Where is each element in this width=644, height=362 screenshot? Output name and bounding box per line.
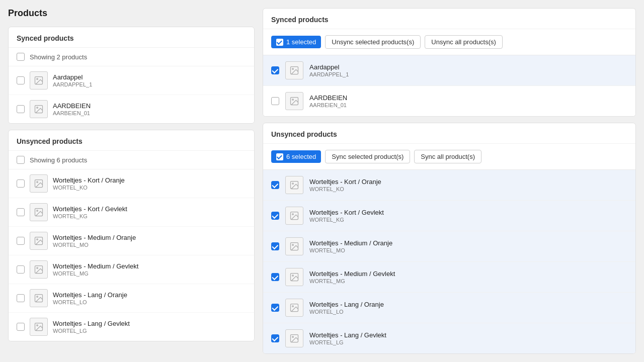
product-info: Worteltjes - Kort / Gevlekt WORTEL_KG bbox=[53, 205, 127, 219]
right-synced-product-row: AARDBEIEN AARBEIEN_01 bbox=[263, 86, 635, 116]
product-thumb bbox=[30, 260, 48, 279]
svg-point-11 bbox=[37, 267, 38, 269]
left-panel: Products Synced products Showing 2 produ… bbox=[8, 8, 255, 354]
right-synced-checkbox-1[interactable] bbox=[271, 97, 279, 105]
right-unsynced-checkbox-0[interactable] bbox=[271, 181, 279, 189]
left-unsynced-checkbox-2[interactable] bbox=[17, 237, 25, 245]
svg-point-31 bbox=[292, 336, 294, 338]
product-info: Worteltjes - Lang / Gevlekt WORTEL_LG bbox=[53, 320, 130, 334]
product-thumb bbox=[285, 176, 303, 194]
product-name: Worteltjes - Kort / Gevlekt bbox=[53, 205, 127, 213]
left-unsynced-checkbox-3[interactable] bbox=[17, 265, 25, 274]
product-name: Worteltjes - Medium / Gevlekt bbox=[53, 262, 138, 270]
product-info: Worteltjes - Kort / Oranje WORTEL_KO bbox=[309, 178, 381, 192]
right-unsynced-product-row: Worteltjes - Kort / Gevlekt WORTEL_KG bbox=[263, 201, 635, 231]
product-sku: WORTEL_LO bbox=[53, 299, 127, 305]
left-synced-checkbox-0[interactable] bbox=[17, 76, 25, 84]
right-synced-product-list: Aardappel AARDAPPEL_1 AARDBEIEN AARBEIEN… bbox=[263, 55, 635, 116]
product-thumb bbox=[285, 299, 303, 317]
product-sku: WORTEL_KG bbox=[309, 217, 384, 223]
left-unsynced-checkbox-5[interactable] bbox=[17, 323, 25, 331]
svg-point-13 bbox=[37, 296, 38, 298]
product-thumb bbox=[285, 268, 303, 286]
product-sku: WORTEL_MG bbox=[53, 270, 138, 277]
right-unsynced-selected-badge[interactable]: 6 selected bbox=[271, 150, 321, 163]
unsync-all-button[interactable]: Unsync all products(s) bbox=[425, 35, 503, 49]
svg-point-5 bbox=[37, 182, 38, 183]
product-info: Aardappel AARDAPPEL_1 bbox=[309, 63, 349, 77]
product-thumb bbox=[285, 61, 303, 79]
product-thumb bbox=[30, 318, 48, 336]
right-unsynced-product-row: Worteltjes - Medium / Oranje WORTEL_MO bbox=[263, 231, 635, 262]
svg-point-9 bbox=[37, 239, 38, 240]
product-name: Worteltjes - Lang / Gevlekt bbox=[309, 331, 386, 339]
product-name: Worteltjes - Lang / Oranje bbox=[53, 291, 127, 299]
right-unsynced-product-row: Worteltjes - Lang / Oranje WORTEL_LO bbox=[263, 293, 635, 323]
product-name: AARDBEIEN bbox=[309, 94, 347, 102]
product-name: Worteltjes - Medium / Oranje bbox=[309, 239, 392, 247]
right-unsynced-action-bar: 6 selected Sync selected product(s) Sync… bbox=[263, 144, 635, 170]
left-unsynced-showing: Showing 6 products bbox=[9, 151, 254, 169]
product-info: AARDBEIEN AARBEIEN_01 bbox=[309, 94, 347, 108]
right-panel: Synced products 1 selected Unsync select… bbox=[263, 8, 636, 354]
product-info: Worteltjes - Medium / Oranje WORTEL_MO bbox=[309, 239, 392, 253]
product-sku: WORTEL_MO bbox=[53, 242, 136, 248]
right-unsynced-checkbox-1[interactable] bbox=[271, 212, 279, 220]
product-sku: AARDAPPEL_1 bbox=[53, 81, 92, 87]
right-unsynced-card: Unsynced products 6 selected Sync select… bbox=[263, 123, 636, 354]
right-unsynced-product-list: Worteltjes - Kort / Oranje WORTEL_KO Wor… bbox=[263, 170, 635, 353]
product-sku: WORTEL_KO bbox=[53, 185, 125, 191]
svg-point-19 bbox=[292, 99, 294, 101]
left-unsynced-select-all-checkbox[interactable] bbox=[17, 156, 25, 164]
product-name: Worteltjes - Kort / Gevlekt bbox=[309, 209, 384, 216]
right-unsynced-checkbox-4[interactable] bbox=[271, 304, 279, 312]
left-synced-product-list: Aardappel AARDAPPEL_1 AARDBEIEN AARBEIEN… bbox=[9, 66, 254, 123]
product-thumb bbox=[285, 237, 303, 255]
product-info: Worteltjes - Lang / Oranje WORTEL_LO bbox=[309, 301, 384, 315]
unsync-selected-button[interactable]: Unsync selected products(s) bbox=[325, 35, 421, 49]
product-thumb bbox=[30, 232, 48, 250]
product-info: Worteltjes - Lang / Gevlekt WORTEL_LG bbox=[309, 331, 386, 345]
product-name: Aardappel bbox=[309, 63, 349, 71]
right-unsynced-product-row: Worteltjes - Kort / Oranje WORTEL_KO bbox=[263, 170, 635, 201]
right-synced-product-row: Aardappel AARDAPPEL_1 bbox=[263, 55, 635, 86]
right-synced-selected-badge[interactable]: 1 selected bbox=[271, 36, 321, 48]
product-thumb bbox=[285, 329, 303, 347]
right-unsynced-checkbox-3[interactable] bbox=[271, 273, 279, 281]
left-unsynced-product-row: Worteltjes - Kort / Gevlekt WORTEL_KG bbox=[9, 198, 254, 227]
left-unsynced-card: Unsynced products Showing 6 products Wor… bbox=[8, 130, 255, 341]
left-synced-checkbox-1[interactable] bbox=[17, 105, 25, 113]
left-unsynced-product-row: Worteltjes - Medium / Gevlekt WORTEL_MG bbox=[9, 255, 254, 284]
right-synced-checkbox-0[interactable] bbox=[271, 66, 279, 74]
left-unsynced-checkbox-1[interactable] bbox=[17, 208, 25, 216]
left-synced-showing: Showing 2 products bbox=[9, 48, 254, 66]
left-synced-product-row: AARDBEIEN AARBEIEN_01 bbox=[9, 95, 254, 123]
right-unsynced-checkbox-5[interactable] bbox=[271, 334, 279, 342]
sync-selected-button[interactable]: Sync selected product(s) bbox=[325, 150, 410, 163]
left-unsynced-product-row: Worteltjes - Medium / Oranje WORTEL_MO bbox=[9, 227, 254, 255]
product-name: Worteltjes - Kort / Oranje bbox=[53, 176, 125, 184]
left-unsynced-checkbox-0[interactable] bbox=[17, 179, 25, 188]
sync-all-button[interactable]: Sync all product(s) bbox=[414, 150, 481, 163]
product-name: Worteltjes - Medium / Gevlekt bbox=[309, 270, 395, 278]
left-unsynced-product-row: Worteltjes - Kort / Oranje WORTEL_KO bbox=[9, 169, 254, 198]
svg-point-17 bbox=[292, 68, 294, 70]
svg-point-21 bbox=[292, 183, 294, 185]
product-name: AARDBEIEN bbox=[53, 102, 91, 110]
product-info: Worteltjes - Kort / Gevlekt WORTEL_KG bbox=[309, 209, 384, 223]
right-synced-title: Synced products bbox=[263, 9, 635, 29]
product-info: Worteltjes - Kort / Oranje WORTEL_KO bbox=[53, 176, 125, 191]
left-synced-select-all-checkbox[interactable] bbox=[17, 53, 25, 61]
product-sku: WORTEL_KG bbox=[53, 213, 127, 219]
product-name: Worteltjes - Kort / Oranje bbox=[309, 178, 381, 186]
product-info: Aardappel AARDAPPEL_1 bbox=[53, 73, 92, 87]
left-synced-product-row: Aardappel AARDAPPEL_1 bbox=[9, 66, 254, 95]
svg-point-25 bbox=[292, 244, 294, 246]
left-unsynced-checkbox-4[interactable] bbox=[17, 294, 25, 302]
product-name: Worteltjes - Medium / Oranje bbox=[53, 234, 136, 241]
left-unsynced-product-list: Worteltjes - Kort / Oranje WORTEL_KO Wor… bbox=[9, 169, 254, 341]
left-synced-title: Synced products bbox=[9, 27, 254, 48]
left-synced-card: Synced products Showing 2 products Aarda… bbox=[8, 27, 255, 124]
product-info: AARDBEIEN AARBEIEN_01 bbox=[53, 102, 91, 116]
right-unsynced-checkbox-2[interactable] bbox=[271, 242, 279, 250]
